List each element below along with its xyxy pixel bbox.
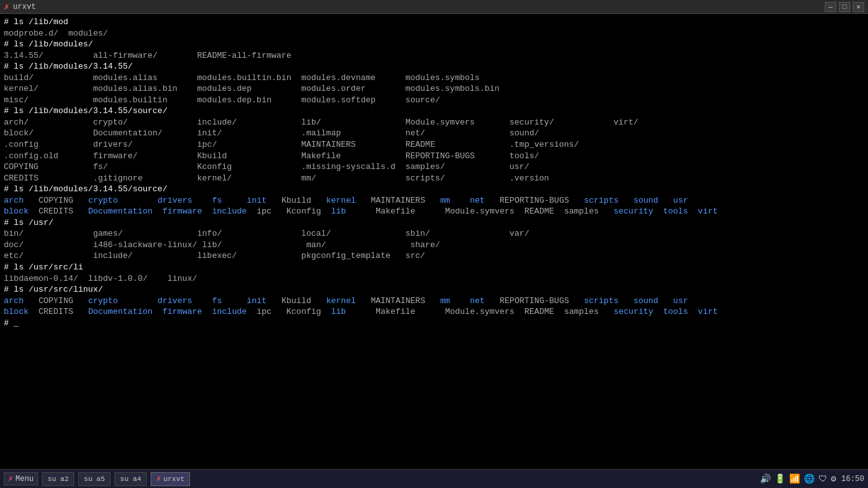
taskbar-window-1[interactable]: su a2 [42,472,74,486]
window-controls: — □ ✕ [825,2,864,12]
terminal-line: # ls /lib/modules/ [4,39,864,50]
window-title: urxvt [13,3,36,11]
audio-icon[interactable]: 🔊 [760,473,771,484]
terminal-line: build/ modules.alias modules.builtin.bin… [4,72,864,84]
terminal-line: .config drivers/ ipc/ MAINTAINERS README… [4,139,864,151]
terminal-icon: ✗ [156,474,161,484]
taskbar-right: 🔊 🔋 📶 🌐 🛡 ⚙ 16:50 [760,473,864,484]
terminal-line: kernel/ modules.alias.bin modules.dep mo… [4,83,864,95]
menu-button[interactable]: ✗ Menu [4,472,38,485]
maximize-button[interactable]: □ [839,2,850,12]
clock: 16:50 [841,475,864,484]
menu-icon: ✗ [8,474,13,484]
terminal-line: libdaemon-0.14/ libdv-1.0.0/ linux/ [4,273,864,285]
settings-icon[interactable]: ⚙ [831,473,836,484]
terminal-line: # ls /lib/modules/3.14.55/source/ [4,184,864,195]
taskbar: ✗ Menu su a2 su a5 su a4 ✗ urxvt 🔊 🔋 📶 🌐… [0,469,868,488]
taskbar-window-3-label: su a4 [120,475,141,483]
terminal-line: COPYING fs/ Kconfig .missing-syscalls.d … [4,161,864,173]
taskbar-window-3[interactable]: su a4 [114,472,147,486]
minimize-button[interactable]: — [825,2,836,12]
terminal-line: arch COPYING crypto drivers fs init Kbui… [4,295,864,307]
taskbar-window-2[interactable]: su a5 [78,472,111,486]
terminal-label: urxvt [163,475,184,483]
terminal-line: modprobe.d/ modules/ [4,28,864,39]
security-icon[interactable]: 🛡 [818,474,827,484]
terminal-line: misc/ modules.builtin modules.dep.bin mo… [4,95,864,106]
terminal-line: bin/ games/ info/ local/ sbin/ var/ [4,228,864,240]
terminal-line: # ls /usr/src/li [4,262,864,273]
wifi-icon[interactable]: 📶 [789,473,800,484]
terminal-line: etc/ include/ libexec/ pkgconfig_templat… [4,250,864,262]
terminal-line: # ls /usr/ [4,217,864,229]
terminal-line: CREDITS .gitignore kernel/ mm/ scripts/ … [4,173,864,184]
titlebar: ✗ urxvt — □ ✕ [0,0,868,14]
terminal-line: # ls /lib/modules/3.14.55/ [4,61,864,72]
terminal-line: arch COPYING crypto drivers fs init Kbui… [4,195,864,207]
terminal-line: # ls /lib/modules/3.14.55/source/ [4,105,864,117]
terminal-line: arch/ crypto/ include/ lib/ Module.symve… [4,117,864,128]
battery-icon[interactable]: 🔋 [775,473,785,484]
terminal-line: .config.old firmware/ Kbuild Makefile RE… [4,151,864,162]
terminal-line: 3.14.55/ all-firmware/ README-all-firmwa… [4,50,864,62]
terminal-line: block CREDITS Documentation firmware inc… [4,206,864,217]
terminal-line: block/ Documentation/ init/ .mailmap net… [4,128,864,139]
taskbar-terminal[interactable]: ✗ urxvt [151,472,190,486]
terminal-output: # ls /lib/modmodprobe.d/ modules/# ls /l… [0,14,868,469]
terminal-line: doc/ i486-slackware-linux/ lib/ man/ sha… [4,240,864,251]
taskbar-window-1-label: su a2 [48,475,69,483]
system-tray: 🔊 🔋 📶 🌐 🛡 ⚙ [760,473,836,484]
terminal-line: block CREDITS Documentation firmware inc… [4,306,864,318]
app-icon: ✗ [4,1,9,12]
network-icon[interactable]: 🌐 [804,473,815,484]
menu-label: Menu [15,475,34,484]
taskbar-window-2-label: su a5 [84,475,105,483]
terminal-line: # _ [4,318,864,329]
terminal-line: # ls /lib/mod [4,17,864,28]
terminal-line: # ls /usr/src/linux/ [4,284,864,295]
close-button[interactable]: ✕ [853,2,864,12]
